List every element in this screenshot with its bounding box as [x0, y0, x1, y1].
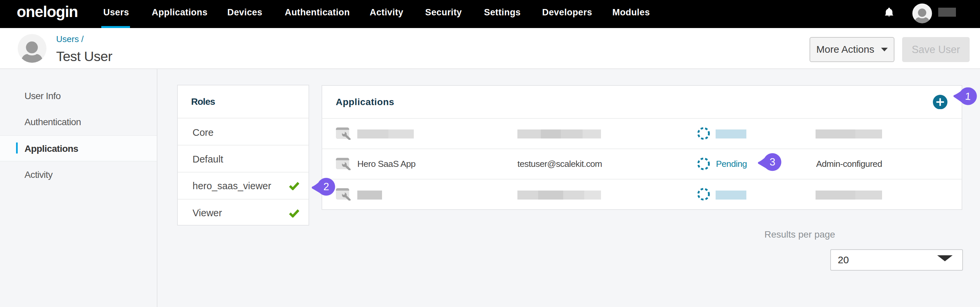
svg-text:2: 2 — [323, 181, 329, 193]
svg-text:1: 1 — [965, 90, 971, 102]
svg-text:3: 3 — [769, 156, 775, 168]
